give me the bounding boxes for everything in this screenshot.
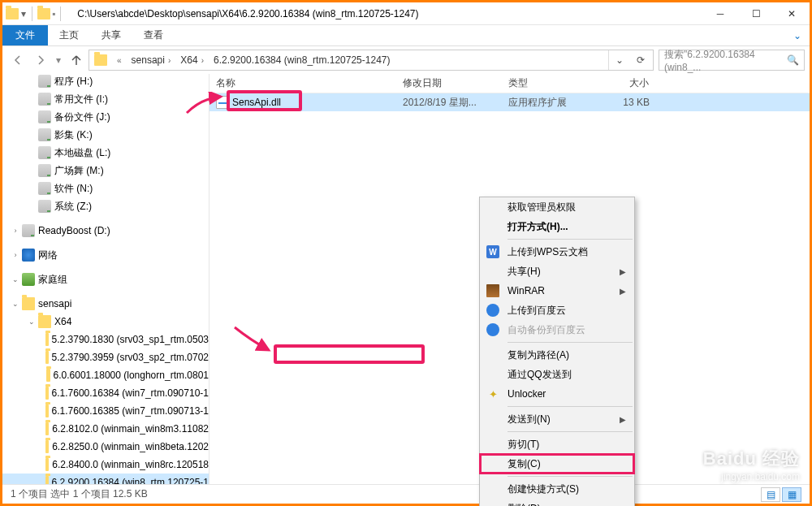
drive-icon (38, 75, 51, 88)
file-size: 13 KB (591, 97, 656, 108)
context-menu-item[interactable]: 复制为路径(A) (480, 345, 634, 365)
menu-item-label: WinRAR (508, 285, 545, 296)
file-type: 应用程序扩展 (502, 96, 591, 110)
tree-item[interactable]: 本地磁盘 (L:) (2, 144, 209, 162)
tree-item[interactable]: 备份文件 (J:) (2, 108, 209, 126)
tree-item[interactable]: 广场舞 (M:) (2, 162, 209, 179)
column-type[interactable]: 类型 (502, 76, 591, 90)
tree-item[interactable]: 软件 (N:) (2, 179, 209, 197)
tree-item-label: 6.2.8400.0 (winmain_win8rc.120518 (52, 459, 209, 470)
rar-icon (486, 284, 499, 297)
tree-item[interactable]: 常用文件 (I:) (2, 90, 209, 108)
tree-item-label: 家庭组 (38, 273, 67, 287)
context-menu-item[interactable]: 上传到百度云 (480, 301, 634, 320)
context-menu-item[interactable]: 发送到(N)▶ (480, 409, 634, 429)
navigation-tree[interactable]: 程序 (H:)常用文件 (I:)备份文件 (J:)影集 (K:)本地磁盘 (L:… (2, 74, 209, 484)
tree-item[interactable]: ›ReadyBoost (D:) (2, 222, 209, 240)
context-menu-item[interactable]: 获取管理员权限 (480, 197, 634, 217)
up-button[interactable] (66, 50, 87, 71)
maximize-button[interactable]: ☐ (738, 2, 774, 25)
tree-item-label: 常用文件 (I:) (54, 93, 108, 106)
tree-caret-icon[interactable]: › (11, 227, 20, 235)
tree-item[interactable]: 6.1.7600.16384 (win7_rtm.090710-1 (2, 384, 209, 402)
tree-caret-icon[interactable]: ⌄ (11, 300, 20, 308)
tree-item[interactable]: 6.0.6001.18000 (longhorn_rtm.0801 (2, 366, 209, 384)
tree-caret-icon[interactable]: ⌄ (27, 318, 37, 326)
tree-item-label: 本地磁盘 (L:) (54, 146, 110, 160)
tree-caret-icon[interactable]: › (11, 251, 20, 259)
tree-item[interactable]: 5.2.3790.3959 (srv03_sp2_rtm.0702 (2, 348, 209, 366)
column-date[interactable]: 修改日期 (396, 76, 502, 90)
column-size[interactable]: 大小 (591, 76, 656, 90)
table-row[interactable]: SensApi.dll 2012/8/19 星期... 应用程序扩展 13 KB (209, 93, 810, 111)
context-menu-item[interactable]: 共享(H)▶ (480, 262, 634, 281)
tree-item[interactable]: 6.2.8250.0 (winmain_win8beta.1202 (2, 438, 209, 456)
unlock-icon: ✦ (486, 387, 499, 400)
context-menu-item[interactable]: 打开方式(H)... (480, 217, 634, 236)
column-name[interactable]: 名称 (209, 76, 396, 90)
folder-icon (94, 54, 107, 66)
menu-item-label: 发送到(N) (508, 413, 551, 426)
context-menu-item[interactable]: 创建快捷方式(S) (480, 479, 634, 499)
column-headers[interactable]: 名称 修改日期 类型 大小 (209, 74, 810, 93)
tree-caret-icon[interactable]: ⌄ (11, 275, 20, 283)
context-menu-item[interactable]: ✦Unlocker (480, 384, 634, 404)
minimize-button[interactable]: ─ (702, 2, 738, 25)
tree-item[interactable]: 6.1.7600.16385 (win7_rtm.090713-1 (2, 402, 209, 420)
forward-button[interactable] (30, 50, 51, 71)
refresh-button[interactable]: ⟳ (630, 50, 651, 70)
wps-icon: W (486, 245, 499, 258)
submenu-arrow-icon: ▶ (620, 267, 626, 276)
context-menu: 获取管理员权限打开方式(H)...W上传到WPS云文档共享(H)▶WinRAR▶… (479, 197, 635, 506)
context-menu-item[interactable]: W上传到WPS云文档 (480, 242, 634, 262)
tree-item[interactable]: ›网络 (2, 246, 209, 264)
context-menu-item[interactable]: 复制(C) (480, 454, 634, 474)
breadcrumb-segment[interactable]: sensapi› (128, 50, 178, 70)
tree-item[interactable]: ⌄sensapi (2, 295, 209, 313)
menu-item-label: 复制(C) (508, 457, 541, 471)
recent-dropdown-icon[interactable]: ▾ (53, 50, 64, 71)
breadcrumb-segment[interactable]: X64› (177, 50, 210, 70)
back-button[interactable] (7, 50, 28, 71)
tab-file[interactable]: 文件 (2, 25, 48, 45)
context-menu-item[interactable]: WinRAR▶ (480, 281, 634, 301)
tree-item[interactable]: 6.2.9200.16384 (win8_rtm.120725-1 (2, 474, 209, 484)
tree-item[interactable]: 5.2.3790.1830 (srv03_sp1_rtm.0503 (2, 331, 209, 348)
search-icon[interactable]: 🔍 (787, 54, 799, 66)
tree-item-label: 程序 (H:) (54, 75, 93, 89)
history-dropdown-icon[interactable]: ⌄ (608, 50, 630, 70)
context-menu-item[interactable]: 剪切(T) (480, 435, 634, 454)
tree-item[interactable]: 6.2.8102.0 (winmain_win8m3.11082 (2, 420, 209, 438)
context-menu-item[interactable]: 通过QQ发送到 (480, 365, 634, 384)
window-title: C:\Users\abcde\Desktop\sensapi\X64\6.2.9… (67, 8, 702, 19)
details-view-button[interactable]: ▤ (761, 487, 780, 502)
menu-item-label: 打开方式(H)... (508, 220, 568, 234)
tree-item-label: 软件 (N:) (54, 182, 93, 196)
qat-dropdown-icon[interactable]: ▾ (20, 11, 27, 17)
folder-icon (45, 422, 49, 435)
tree-item[interactable]: 系统 (Z:) (2, 197, 209, 215)
icons-view-button[interactable]: ▦ (782, 487, 801, 502)
context-menu-item[interactable]: 删除(D) (480, 499, 634, 506)
tree-item[interactable]: 程序 (H:) (2, 74, 209, 90)
tree-item-label: 广场舞 (M:) (54, 164, 104, 178)
drive-icon (38, 200, 51, 213)
status-bar: 1 个项目 选中 1 个项目 12.5 KB ▤ ▦ (2, 484, 810, 504)
tree-item[interactable]: ⌄家庭组 (2, 270, 209, 288)
file-date: 2012/8/19 星期... (396, 96, 502, 110)
search-input[interactable]: 搜索"6.2.9200.16384 (win8_... 🔍 (659, 50, 805, 71)
tab-home[interactable]: 主页 (48, 25, 90, 45)
tree-item-label: 6.1.7600.16384 (win7_rtm.090710-1 (52, 387, 209, 399)
tab-share[interactable]: 共享 (90, 25, 132, 45)
home-icon (22, 273, 35, 286)
tab-view[interactable]: 查看 (132, 25, 175, 45)
breadcrumb[interactable]: « sensapi› X64› 6.2.9200.16384 (win8_rtm… (89, 50, 654, 71)
tree-item[interactable]: ⌄X64 (2, 313, 209, 331)
drive-icon (38, 182, 51, 195)
breadcrumb-segment[interactable]: 6.2.9200.16384 (win8_rtm.120725-1247) (210, 50, 394, 70)
expand-ribbon-icon[interactable]: ⌄ (785, 25, 810, 45)
menu-item-label: 上传到WPS云文档 (508, 245, 588, 259)
close-button[interactable]: ✕ (774, 2, 810, 25)
tree-item[interactable]: 6.2.8400.0 (winmain_win8rc.120518 (2, 456, 209, 474)
tree-item[interactable]: 影集 (K:) (2, 126, 209, 144)
